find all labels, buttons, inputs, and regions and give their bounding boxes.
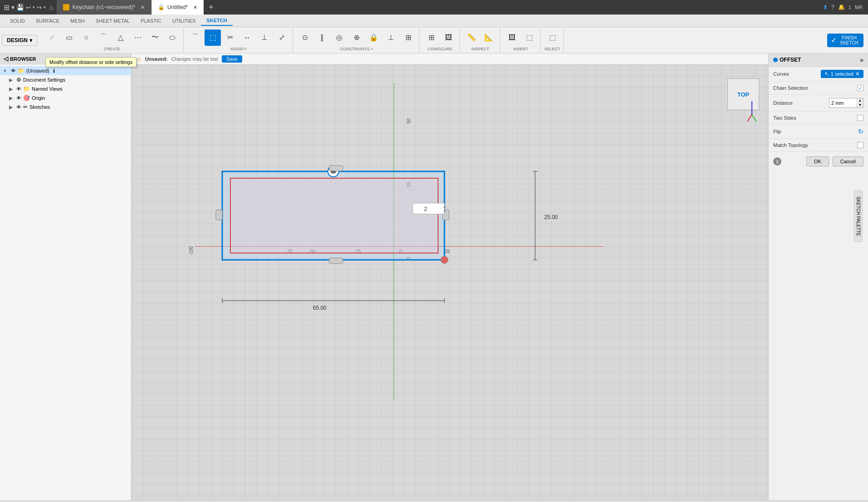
eye-icon-origin[interactable]: 👁 [16, 95, 21, 101]
redo-dropdown-icon[interactable]: ▾ [44, 5, 46, 10]
modify-fillet-btn[interactable]: ⌒ [187, 29, 204, 46]
tab-sketch[interactable]: SKETCH [201, 16, 232, 26]
design-label: DESIGN [7, 37, 28, 44]
inspect-btn2[interactable]: 📐 [481, 29, 497, 46]
modify-scale-btn[interactable]: ⤢ [273, 29, 290, 46]
modify-offset-btn[interactable]: ⬚ [205, 29, 221, 46]
save-button[interactable]: Save [222, 55, 242, 63]
create-more-btn[interactable]: ⋯ [130, 29, 146, 46]
redo-icon[interactable]: ↪ [37, 4, 42, 11]
select-btn[interactable]: ⬚ [544, 29, 561, 46]
tab-mesh[interactable]: MESH [65, 16, 90, 25]
match-topology-checkbox[interactable] [857, 142, 863, 148]
constraint-concentric-btn[interactable]: ◎ [331, 29, 347, 46]
add-tab-icon[interactable]: + [204, 3, 218, 12]
inspect-measure-btn[interactable]: 📏 [463, 29, 480, 46]
file-menu-icon[interactable]: ▾ [11, 4, 15, 11]
view-cube-axes [747, 101, 756, 124]
distance-up-btn[interactable]: ▲ [857, 98, 863, 103]
upgrade-icon[interactable]: ⬆ [823, 4, 828, 10]
info-icon-btn[interactable]: ℹ [773, 157, 781, 166]
clear-selection-btn[interactable]: ✕ [855, 71, 860, 77]
canvas-grid[interactable]: TOP 50 25 0 -75 -50 -25 0 25 [132, 65, 768, 500]
distance-down-btn[interactable]: ▼ [857, 103, 863, 107]
sidebar-back-icon[interactable]: ◁ [4, 55, 8, 62]
tree-item-doc-settings[interactable]: ▶ ⚙ Document Settings [0, 75, 131, 84]
modify-label: MODIFY [231, 47, 247, 51]
cancel-button[interactable]: Cancel [833, 156, 863, 166]
offset-pin-btn[interactable]: » [860, 56, 863, 63]
app-grid-icon[interactable]: ⊞ [4, 3, 10, 12]
match-topology-value [857, 142, 863, 148]
create-circle-btn[interactable]: ○ [78, 29, 94, 46]
tab-close-untitled[interactable]: ✕ [193, 5, 197, 10]
tab-utilities[interactable]: UTILITIES [167, 16, 201, 25]
constraint-coincident-btn[interactable]: ⊙ [297, 29, 313, 46]
finish-checkmark-icon: ✓ [831, 36, 837, 44]
save-icon[interactable]: 💾 [16, 4, 24, 11]
constraint-collinear-btn[interactable]: ∥ [314, 29, 330, 46]
constraint-parallel-btn[interactable]: ⊞ [400, 29, 416, 46]
svg-text:-50: -50 [308, 249, 316, 254]
finish-sketch-btn[interactable]: ✓ FINISH SKETCH [827, 34, 863, 47]
modify-trim-btn[interactable]: ✂ [222, 29, 238, 46]
tab-sheet-metal[interactable]: SHEET METAL [90, 16, 135, 25]
create-line-btn[interactable]: ⟋ [44, 29, 60, 46]
eye-icon-views[interactable]: 👁 [16, 86, 21, 92]
offset-actions-row: ℹ OK Cancel [769, 152, 868, 171]
info-icon-unsaved[interactable]: ℹ [53, 68, 55, 74]
curves-selected-badge[interactable]: ↖ 1 selected ✕ [821, 70, 863, 78]
tab-plastic[interactable]: PLASTIC [135, 16, 167, 25]
create-polygon-btn[interactable]: △ [112, 29, 129, 46]
eye-icon-unsaved[interactable]: 👁 [11, 68, 16, 73]
tab-close-keychain[interactable]: ✕ [141, 5, 145, 10]
flip-value: ↻ [858, 128, 863, 135]
horizontal-axis [195, 246, 603, 247]
modify-extend-btn[interactable]: ↔ [239, 29, 255, 46]
distance-input-field[interactable] [829, 99, 857, 107]
modify-break-btn[interactable]: ⊥ [256, 29, 273, 46]
svg-rect-30 [413, 203, 444, 214]
home-icon[interactable]: ⌂ [49, 4, 53, 11]
notification-icon[interactable]: 🔔 [838, 4, 845, 10]
svg-rect-13 [230, 178, 438, 253]
undo-icon[interactable]: ↩ [26, 4, 31, 11]
configure-btn1[interactable]: ⊞ [423, 29, 439, 46]
undo-dropdown-icon[interactable]: ▾ [33, 5, 35, 10]
constraint-fix-btn[interactable]: 🔒 [366, 29, 382, 46]
eye-icon-sketches[interactable]: 👁 [16, 104, 21, 110]
create-rect-btn[interactable]: ▭ [61, 29, 77, 46]
finish-sketch-label: FINISH SKETCH [839, 35, 860, 45]
create-ellipse-btn[interactable]: ⬭ [164, 29, 180, 46]
chain-selection-checkbox[interactable] [857, 85, 863, 91]
bottom-bar: COMMENTS + ⏮ ⏪ ▶ ⏩ ⏭ ▣ ⌖ ⊟ ✋ 🔍 🔎 ⬚ ⊞ ▦ C… [0, 500, 868, 502]
design-button[interactable]: DESIGN ▾ [2, 35, 37, 46]
tree-item-unsaved[interactable]: ▾ 👁 📁 (Unsaved) ℹ [0, 66, 131, 75]
chain-selection-row: Chain Selection [769, 82, 868, 95]
help-icon[interactable]: ? [831, 4, 834, 10]
tab-surface[interactable]: SURFACE [30, 16, 65, 25]
create-spline-btn[interactable]: 〜 [147, 29, 163, 46]
insert-image-btn[interactable]: 🖼 [504, 29, 520, 46]
constraint-midpoint-btn[interactable]: ⊕ [348, 29, 365, 46]
dimension-svg: 50 25 0 -75 -50 -25 0 25 -100 65.0 [132, 65, 768, 500]
configure-label: CONFIGURE [428, 47, 452, 51]
tree-item-named-views[interactable]: ▶ 👁 📁 Named Views [0, 84, 131, 93]
tree-toggle-unsaved: ▾ [4, 68, 9, 74]
tab-untitled[interactable]: 🔒 Untitled* ✕ [151, 0, 204, 15]
tree-item-sketches[interactable]: ▶ 👁 ✏ Sketches [0, 102, 131, 112]
sketch-palette-tab[interactable]: SKETCH PALETTE [854, 190, 863, 242]
main-toolbar: DESIGN ▾ ⟋ ▭ ○ ⌒ △ ⋯ 〜 ⬭ CREATE ⌒ ⬚ ✂ ↔ … [0, 27, 868, 54]
two-sides-checkbox[interactable] [857, 115, 863, 121]
tab-keychain[interactable]: Keychain (v1~recovered)* ✕ [57, 0, 151, 15]
svg-line-2 [752, 115, 756, 122]
constraint-perp-btn[interactable]: ⊥ [383, 29, 399, 46]
configure-btn2[interactable]: 🖼 [440, 29, 457, 46]
create-arc-btn[interactable]: ⌒ [95, 29, 112, 46]
tab-solid[interactable]: SOLID [5, 16, 30, 25]
user-avatar[interactable]: MR [855, 5, 863, 10]
tree-item-origin[interactable]: ▶ 👁 🎯 Origin [0, 93, 131, 102]
flip-icon[interactable]: ↻ [858, 128, 863, 135]
insert-btn2[interactable]: ⬚ [521, 29, 537, 46]
ok-button[interactable]: OK [806, 156, 829, 166]
